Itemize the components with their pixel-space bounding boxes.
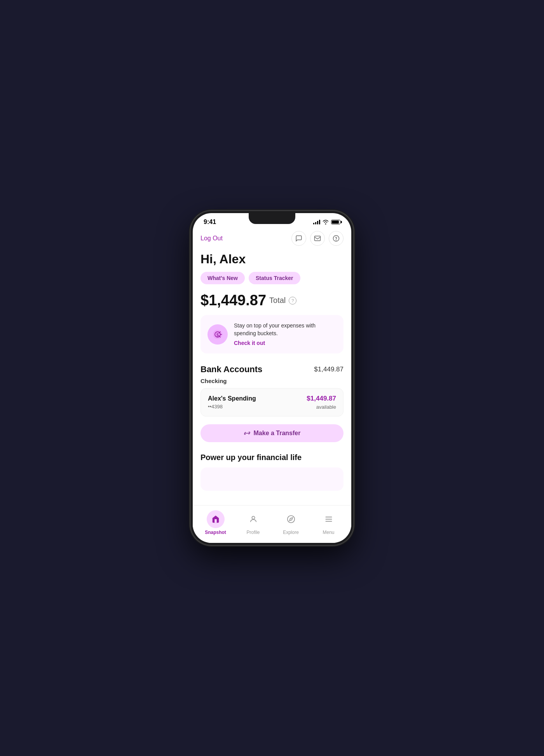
app-header: Log Out xyxy=(201,226,343,252)
promo-icon: $ xyxy=(207,324,228,345)
account-number: ••4398 xyxy=(208,404,256,410)
bottom-nav: Snapshot Profile Explore xyxy=(193,505,351,543)
checking-label: Checking xyxy=(201,378,343,384)
transfer-button[interactable]: Make a Transfer xyxy=(201,424,343,442)
account-card[interactable]: Alex's Spending ••4398 $1,449.87 availab… xyxy=(201,388,343,416)
power-card xyxy=(201,467,343,491)
profile-icon-wrap xyxy=(244,510,262,528)
status-tracker-chip[interactable]: Status Tracker xyxy=(249,272,300,284)
wifi-icon xyxy=(323,220,329,224)
logout-button[interactable]: Log Out xyxy=(201,235,223,242)
account-info: Alex's Spending ••4398 xyxy=(208,395,256,410)
battery-icon xyxy=(331,220,340,224)
svg-text:$: $ xyxy=(216,332,219,337)
bank-accounts-header: Bank Accounts $1,449.87 xyxy=(201,364,343,374)
nav-snapshot[interactable]: Snapshot xyxy=(197,510,234,535)
transfer-icon xyxy=(244,430,251,437)
balance-amount: $1,449.87 xyxy=(201,292,266,309)
account-name: Alex's Spending xyxy=(208,395,256,402)
mail-button[interactable] xyxy=(310,231,325,246)
snapshot-label: Snapshot xyxy=(205,530,226,535)
home-icon xyxy=(211,515,220,523)
greeting-text: Hi, Alex xyxy=(201,252,343,266)
balance-row: $1,449.87 Total ? xyxy=(201,292,343,309)
explore-icon-wrap xyxy=(282,510,300,528)
promo-description: Stay on top of your expenses with spendi… xyxy=(234,322,337,337)
chip-group: What's New Status Tracker xyxy=(201,272,343,284)
main-content: Log Out xyxy=(193,226,351,505)
svg-point-7 xyxy=(287,516,294,523)
compass-icon xyxy=(287,515,295,523)
notch xyxy=(249,213,295,224)
phone-screen: 9:41 Log Out xyxy=(193,213,351,543)
svg-point-2 xyxy=(336,240,337,240)
balance-label: Total xyxy=(269,296,286,305)
nav-profile[interactable]: Profile xyxy=(234,510,272,535)
phone-frame: 9:41 Log Out xyxy=(190,211,354,545)
promo-card: $ Stay on top of your expenses with spen… xyxy=(201,315,343,354)
balance-info-button[interactable]: ? xyxy=(289,297,296,304)
menu-icon-wrap xyxy=(320,510,338,528)
explore-label: Explore xyxy=(283,530,299,535)
snapshot-icon-wrap xyxy=(207,510,225,528)
transfer-label: Make a Transfer xyxy=(254,430,301,437)
nav-menu[interactable]: Menu xyxy=(310,510,347,535)
status-icons xyxy=(313,220,340,224)
account-available-label: available xyxy=(307,404,336,410)
bank-accounts-total: $1,449.87 xyxy=(314,366,343,373)
bank-accounts-title: Bank Accounts xyxy=(201,364,262,374)
account-balance: $1,449.87 available xyxy=(307,395,336,410)
account-amount: $1,449.87 xyxy=(307,395,336,402)
profile-icon xyxy=(249,515,258,523)
status-time: 9:41 xyxy=(204,219,216,226)
profile-label: Profile xyxy=(246,530,260,535)
help-button[interactable] xyxy=(329,231,343,246)
signal-icon xyxy=(313,220,320,224)
power-section-title: Power up your financial life xyxy=(201,453,343,462)
promo-link[interactable]: Check it out xyxy=(234,340,265,346)
svg-point-6 xyxy=(252,516,255,519)
svg-marker-8 xyxy=(289,518,293,521)
promo-text: Stay on top of your expenses with spendi… xyxy=(234,322,337,346)
chat-button[interactable] xyxy=(291,231,306,246)
menu-label: Menu xyxy=(323,530,334,535)
menu-icon xyxy=(324,515,333,523)
header-icon-group xyxy=(291,231,343,246)
nav-explore[interactable]: Explore xyxy=(272,510,310,535)
whats-new-chip[interactable]: What's New xyxy=(201,272,245,284)
svg-rect-0 xyxy=(315,236,321,241)
